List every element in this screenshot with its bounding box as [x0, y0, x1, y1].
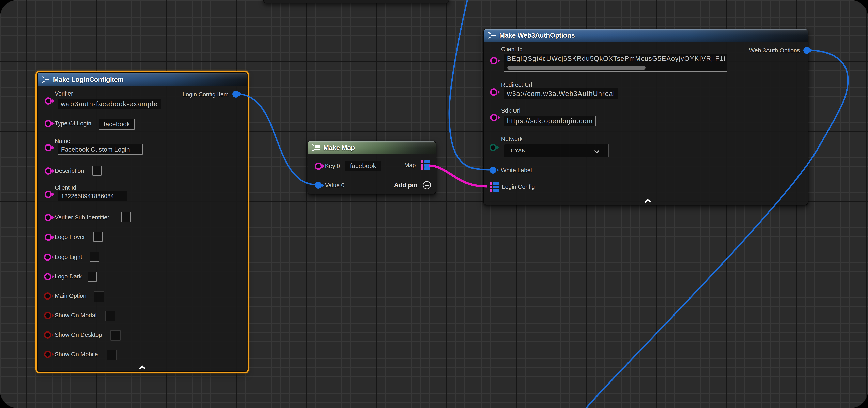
- output-pin-map[interactable]: [421, 161, 430, 170]
- pin-label-logo-dark: Logo Dark: [55, 272, 82, 280]
- map-pin-key-cell: [490, 189, 492, 192]
- pin-label-verifier: Verifier: [55, 90, 73, 98]
- collapse-node-chevron-icon[interactable]: [138, 365, 146, 371]
- input-pin-type-of-login[interactable]: [44, 120, 52, 127]
- selection-outline: [35, 71, 249, 373]
- map-pin-key-cell: [421, 164, 423, 167]
- input-pin-verifier-sub-identifier[interactable]: [44, 214, 52, 221]
- verifier-field[interactable]: web3auth-facebook-example: [58, 99, 161, 109]
- add-pin-label: Add pin: [394, 181, 417, 189]
- input-pin-logo-light[interactable]: [44, 253, 51, 261]
- pin-label-map: Map: [404, 161, 416, 169]
- show-on-modal-checkbox[interactable]: [105, 311, 115, 321]
- input-pin-name[interactable]: [44, 144, 52, 151]
- output-pin-web3auth-options[interactable]: [803, 47, 810, 54]
- pin-label-show-on-mobile: Show On Mobile: [55, 350, 98, 358]
- redirect-url-field[interactable]: w3a://com.w3a.Web3AuthUnreal: [504, 88, 618, 99]
- type-of-login-field[interactable]: facebook: [99, 119, 134, 130]
- pin-label-show-on-desktop: Show On Desktop: [55, 331, 102, 339]
- dropdown-chevron-icon: [594, 149, 600, 155]
- input-pin-main-option[interactable]: [44, 293, 51, 300]
- verifier-sub-identifier-field[interactable]: [121, 212, 131, 222]
- pin-label-client-id: Client Id: [501, 45, 523, 53]
- pin-label-redirect-url: Redirect Url: [501, 81, 532, 89]
- map-pin-key-cell: [490, 185, 492, 188]
- node-make-web3authoptions[interactable]: Make Web3AuthOptions Client Id BEglQSgt4…: [484, 29, 808, 205]
- graph-canvas[interactable]: Make LoginConfigItem Login Config Item V…: [0, 0, 868, 408]
- input-pin-sdk-url[interactable]: [490, 114, 497, 121]
- show-on-mobile-checkbox[interactable]: [106, 350, 117, 360]
- node-fragment-top[interactable]: [264, 0, 449, 3]
- pin-label-key-0: Key 0: [325, 162, 340, 170]
- name-field[interactable]: Facebook Custom Login: [58, 144, 143, 155]
- input-pin-redirect-url[interactable]: [490, 89, 497, 96]
- logo-hover-field[interactable]: [93, 232, 102, 242]
- key-0-field[interactable]: facebook: [345, 161, 381, 171]
- add-pin-icon[interactable]: [423, 181, 431, 189]
- map-pin-key-cell: [421, 167, 423, 170]
- input-pin-logo-dark[interactable]: [44, 273, 51, 280]
- map-pin-key-cell: [490, 182, 492, 185]
- output-pin-login-config-item[interactable]: [232, 91, 239, 98]
- input-pin-key-0[interactable]: [315, 163, 322, 170]
- blueprint-editor: Make LoginConfigItem Login Config Item V…: [0, 0, 868, 408]
- map-pin-value-cell: [424, 167, 430, 170]
- map-pin-key-cell: [421, 161, 423, 163]
- node-make-loginconfigitem[interactable]: Make LoginConfigItem Login Config Item V…: [37, 72, 247, 372]
- client-id-scrollbar[interactable]: [507, 66, 646, 70]
- pin-label-logo-hover: Logo Hover: [55, 233, 85, 241]
- client-id-field[interactable]: 1222658941886084: [58, 191, 127, 201]
- node-header[interactable]: Make LoginConfigItem: [38, 73, 247, 86]
- pin-label-login-config-item: Login Config Item: [183, 90, 228, 98]
- node-make-map[interactable]: Make Map Key 0 facebook Map Value 0 Add …: [308, 141, 436, 194]
- pin-label-show-on-modal: Show On Modal: [55, 311, 96, 319]
- map-pin-value-cell: [424, 161, 430, 163]
- pin-label-network: Network: [501, 135, 523, 143]
- input-pin-login-config[interactable]: [490, 182, 499, 192]
- collapse-node-chevron-icon[interactable]: [644, 199, 652, 204]
- input-pin-value-0[interactable]: [315, 182, 322, 189]
- input-pin-white-label[interactable]: [490, 167, 496, 174]
- input-pin-show-on-desktop[interactable]: [44, 331, 51, 339]
- pin-label-main-option: Main Option: [55, 292, 86, 300]
- node-header[interactable]: Make Map: [308, 141, 436, 154]
- main-option-checkbox[interactable]: [94, 292, 104, 302]
- map-pin-value-cell: [493, 189, 499, 192]
- map-pin-value-cell: [493, 182, 499, 185]
- input-pin-show-on-mobile[interactable]: [44, 351, 51, 358]
- node-title: Make Web3AuthOptions: [499, 32, 575, 39]
- wire-map-to-login-config[interactable]: [429, 166, 487, 186]
- node-header[interactable]: Make Web3AuthOptions: [484, 29, 808, 42]
- pin-label-white-label: White Label: [501, 166, 532, 174]
- input-pin-show-on-modal[interactable]: [44, 312, 51, 319]
- sdk-url-field[interactable]: https://sdk.openlogin.com: [504, 116, 596, 126]
- node-title: Make LoginConfigItem: [53, 76, 124, 83]
- map-pin-value-cell: [424, 164, 430, 167]
- pin-label-web3auth-options: Web 3Auth Options: [749, 46, 800, 55]
- network-dropdown[interactable]: CYAN: [504, 144, 609, 158]
- pin-label-name: Name: [55, 137, 70, 145]
- pin-label-value-0: Value 0: [325, 181, 344, 189]
- make-map-icon: [312, 144, 321, 152]
- show-on-desktop-checkbox[interactable]: [111, 330, 121, 341]
- input-pin-verifier[interactable]: [44, 97, 52, 105]
- pin-label-client-id: Client Id: [55, 183, 76, 192]
- logo-dark-field[interactable]: [88, 272, 97, 281]
- input-pin-logo-hover[interactable]: [44, 234, 52, 241]
- wire-login-config-item-to-value-0[interactable]: [236, 94, 318, 185]
- input-pin-description[interactable]: [44, 167, 52, 175]
- input-pin-network[interactable]: [490, 144, 497, 151]
- pin-label-type-of-login: Type Of Login: [55, 120, 91, 128]
- pin-label-login-config: Login Config: [502, 183, 535, 191]
- input-pin-client-id[interactable]: [44, 191, 52, 198]
- logo-light-field[interactable]: [90, 252, 99, 262]
- pin-label-logo-light: Logo Light: [55, 253, 82, 261]
- pin-label-description: Description: [55, 167, 84, 175]
- node-title: Make Map: [323, 144, 355, 151]
- pin-label-verifier-sub-identifier: Verifier Sub Identifier: [55, 213, 109, 222]
- input-pin-client-id[interactable]: [490, 57, 497, 64]
- make-struct-icon: [488, 31, 497, 40]
- description-field[interactable]: [92, 166, 101, 176]
- make-struct-icon: [42, 75, 51, 84]
- network-value: CYAN: [511, 147, 526, 154]
